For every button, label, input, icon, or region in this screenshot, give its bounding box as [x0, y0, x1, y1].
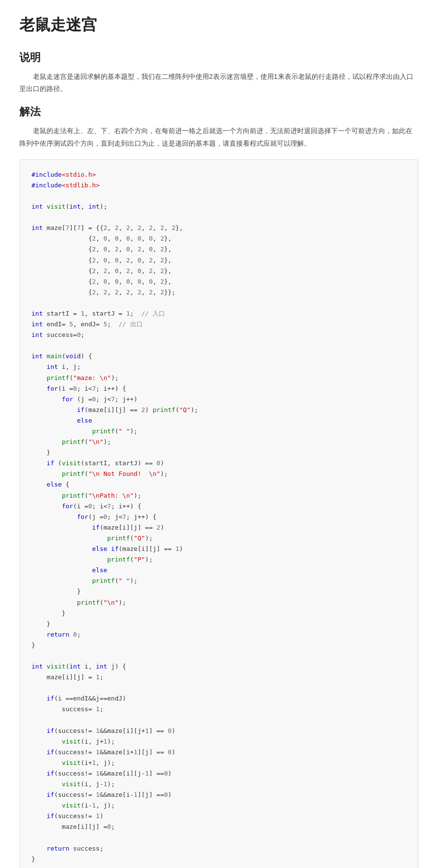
code-block: #include<stdio.h> #include<stdlib.h> int… [19, 159, 419, 868]
section-desc-2: 老鼠的走法有上、左、下、右四个方向，在每前进一格之后就选一个方向前进，无法前进时… [19, 125, 419, 149]
section-heading-1: 说明 [19, 50, 419, 65]
code-content: #include<stdio.h> #include<stdlib.h> int… [31, 169, 407, 865]
section-desc-1: 老鼠走迷宫是递回求解的基本题型，我们在二维阵列中使用2表示迷宫墙壁，使用1来表示… [19, 71, 419, 95]
section-heading-2: 解法 [19, 105, 419, 119]
page-title: 老鼠走迷宫 [19, 15, 419, 36]
